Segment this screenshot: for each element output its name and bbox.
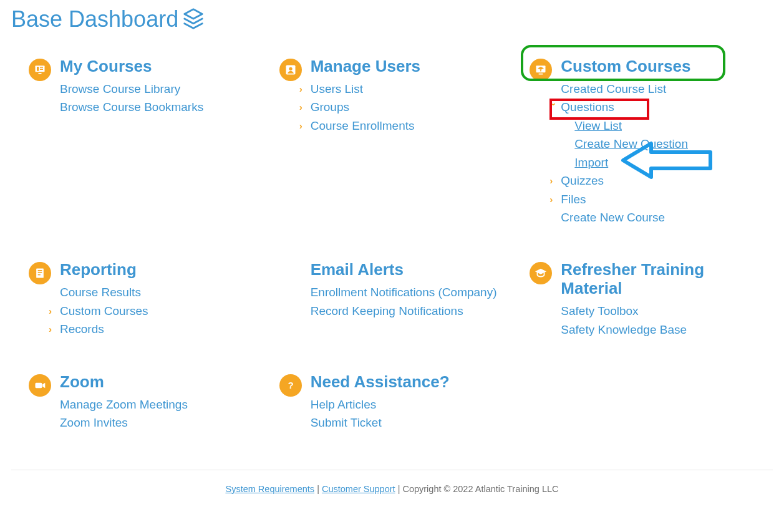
card-title[interactable]: Zoom	[60, 373, 254, 392]
link-import[interactable]: Import	[574, 153, 755, 172]
chevron-right-icon: ›	[299, 100, 308, 114]
link-safety-knowledge-base[interactable]: Safety Knowledge Base	[561, 321, 755, 339]
svg-rect-4	[40, 67, 43, 68]
card-manage-users: Manage Users ›Users List ›Groups ›Course…	[279, 57, 505, 226]
link-files[interactable]: ›Files	[561, 190, 755, 208]
monitor-icon	[29, 59, 51, 81]
card-title[interactable]: Custom Courses	[561, 57, 755, 76]
svg-marker-19	[42, 383, 45, 388]
svg-marker-17	[535, 269, 546, 274]
svg-rect-18	[36, 383, 42, 388]
link-label: Users List	[311, 80, 363, 98]
card-title[interactable]: Email Alerts	[311, 261, 505, 279]
svg-rect-14	[38, 270, 42, 271]
svg-rect-16	[38, 274, 41, 276]
chevron-right-icon: ›	[549, 173, 558, 188]
chevron-right-icon: ›	[49, 304, 57, 318]
link-submit-ticket[interactable]: Submit Ticket	[311, 414, 505, 432]
user-icon	[279, 59, 302, 81]
card-title[interactable]: Refresher Training Material	[561, 261, 723, 298]
link-browse-bookmarks[interactable]: Browse Course Bookmarks	[60, 98, 254, 116]
card-reporting: Reporting Course Results ›Custom Courses…	[29, 261, 254, 339]
card-zoom: Zoom Manage Zoom Meetings Zoom Invites	[29, 373, 254, 432]
svg-rect-11	[540, 70, 541, 72]
link-enrollment-notifications[interactable]: Enrollment Notifications (Company)	[311, 283, 505, 301]
footer: System Requirements | Customer Support |…	[11, 470, 773, 506]
svg-rect-2	[39, 73, 42, 74]
chevron-right-icon: ›	[549, 192, 558, 206]
link-label: Course Enrollments	[311, 117, 415, 135]
card-title[interactable]: Manage Users	[311, 57, 505, 76]
svg-rect-15	[38, 273, 42, 274]
link-record-keeping-notifications[interactable]: Record Keeping Notifications	[311, 302, 505, 320]
link-create-new-course[interactable]: Create New Course	[561, 208, 755, 226]
link-customer-support[interactable]: Customer Support	[322, 484, 395, 494]
svg-rect-5	[40, 69, 43, 70]
link-label: Files	[561, 190, 586, 208]
graduation-cap-icon	[530, 262, 552, 284]
link-records[interactable]: ›Records	[60, 320, 254, 338]
svg-rect-9	[539, 74, 543, 75]
link-manage-zoom-meetings[interactable]: Manage Zoom Meetings	[60, 395, 254, 414]
link-course-results[interactable]: Course Results	[60, 283, 254, 301]
link-label: Custom Courses	[60, 302, 148, 320]
link-quizzes[interactable]: ›Quizzes	[561, 172, 755, 190]
card-title[interactable]: My Courses	[60, 57, 254, 76]
link-groups[interactable]: ›Groups	[311, 98, 505, 116]
link-system-requirements[interactable]: System Requirements	[225, 484, 314, 494]
card-refresher-training: Refresher Training Material Safety Toolb…	[530, 261, 755, 339]
link-create-new-question[interactable]: Create New Question	[574, 135, 755, 153]
card-title[interactable]: Reporting	[60, 261, 254, 279]
link-users-list[interactable]: ›Users List	[311, 80, 505, 98]
link-safety-toolbox[interactable]: Safety Toolbox	[561, 302, 755, 320]
question-icon: ?	[279, 374, 302, 397]
document-icon	[29, 262, 51, 284]
link-view-list[interactable]: View List	[574, 117, 755, 135]
svg-point-7	[289, 67, 292, 70]
footer-separator: |	[317, 484, 322, 494]
link-label: Groups	[311, 98, 349, 116]
blank-icon	[279, 262, 302, 284]
layers-icon	[181, 7, 206, 32]
link-label: Records	[60, 320, 104, 338]
chevron-down-icon: ›	[547, 103, 561, 112]
card-need-assistance: ? Need Assistance? Help Articles Submit …	[279, 373, 505, 432]
link-browse-library[interactable]: Browse Course Library	[60, 80, 254, 98]
card-my-courses: My Courses Browse Course Library Browse …	[29, 57, 254, 226]
link-label: Questions	[561, 98, 614, 116]
card-email-alerts: Email Alerts Enrollment Notifications (C…	[279, 261, 505, 339]
chevron-right-icon: ›	[299, 82, 308, 96]
dashboard-grid: My Courses Browse Course Library Browse …	[11, 57, 773, 432]
link-course-enrollments[interactable]: ›Course Enrollments	[311, 117, 505, 135]
link-help-articles[interactable]: Help Articles	[311, 395, 505, 414]
link-custom-courses[interactable]: ›Custom Courses	[60, 302, 254, 320]
page-title: Base Dashboard	[11, 6, 178, 32]
footer-copyright: Copyright © 2022 Atlantic Training LLC	[402, 484, 558, 494]
card-custom-courses: Custom Courses Created Course List ›Ques…	[530, 57, 755, 226]
card-title[interactable]: Need Assistance?	[311, 373, 505, 392]
svg-marker-0	[185, 9, 203, 19]
graduation-monitor-icon	[530, 59, 552, 81]
camera-icon	[29, 374, 51, 397]
page-header: Base Dashboard	[11, 6, 773, 32]
chevron-right-icon: ›	[49, 322, 57, 336]
chevron-right-icon: ›	[299, 118, 308, 133]
link-questions[interactable]: ›Questions	[561, 98, 755, 116]
svg-rect-3	[37, 67, 39, 71]
svg-text:?: ?	[288, 380, 293, 390]
link-zoom-invites[interactable]: Zoom Invites	[60, 414, 254, 432]
link-label: Quizzes	[561, 172, 604, 190]
link-created-course-list[interactable]: Created Course List	[561, 80, 755, 98]
